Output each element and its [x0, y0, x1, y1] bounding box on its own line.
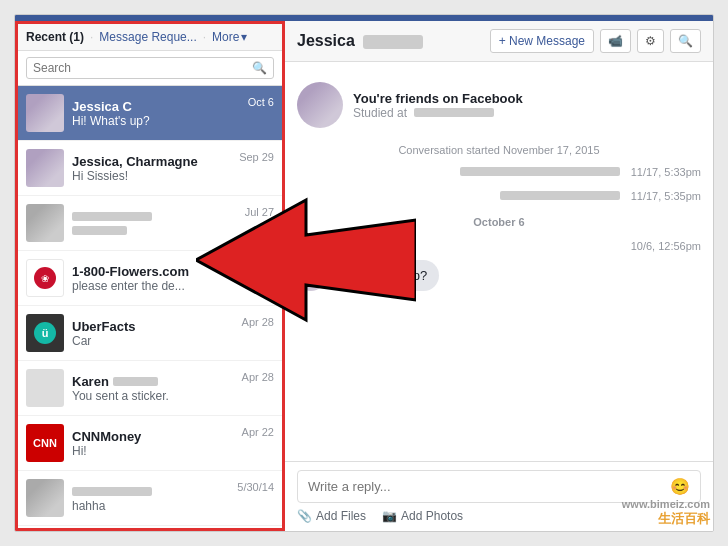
sidebar-divider2: ·	[203, 30, 206, 44]
conv-info: Jessica, Charmagne Hi Sissies!	[72, 154, 231, 183]
settings-button[interactable]: ⚙	[637, 29, 664, 53]
sidebar-divider1: ·	[90, 30, 93, 44]
search-input[interactable]	[33, 61, 248, 75]
list-item[interactable]: Jessica, Charmagne Hi Sissies! Sep 29	[18, 141, 282, 196]
conversation-started: Conversation started November 17, 2015	[297, 144, 701, 156]
search-input-wrap[interactable]: 🔍	[26, 57, 274, 79]
conv-info	[72, 209, 237, 238]
reply-input[interactable]	[308, 479, 670, 494]
studied-at: Studied at	[353, 106, 701, 120]
conv-info: Jessica C Hi! What's up?	[72, 99, 240, 128]
conv-name: 1-800-Flowers.com	[72, 264, 249, 279]
list-item[interactable]: ü UberFacts Car Apr 28	[18, 306, 282, 361]
conv-preview: please enter the de...	[72, 279, 249, 293]
chat-header: Jessica + New Message 📹 ⚙ 🔍	[285, 21, 713, 62]
chat-body: You're friends on Facebook Studied at Co…	[285, 62, 713, 461]
conv-preview: Hi Sissies!	[72, 169, 231, 183]
timestamp-3: 10/6, 12:56pm	[297, 240, 701, 252]
conv-date: 5/30/14	[237, 479, 274, 493]
watermark: www.bimeiz.com 生活百科	[622, 498, 710, 528]
conv-preview: Car	[72, 334, 234, 348]
sidebar-header: Recent (1) · Message Reque... · More ▾	[18, 24, 282, 51]
list-item[interactable]: CNN CNNMoney Hi! Apr 22	[18, 416, 282, 471]
bubble-avatar	[297, 263, 325, 291]
sidebar-recent-tab[interactable]: Recent (1)	[26, 30, 84, 44]
conv-name: Karen	[72, 374, 234, 389]
conv-preview	[72, 224, 237, 238]
avatar: ü	[26, 314, 64, 352]
search-bar: 🔍	[18, 51, 282, 86]
sidebar: Recent (1) · Message Reque... · More ▾ 🔍	[15, 21, 285, 531]
conv-date: Sep 29	[239, 149, 274, 163]
friend-card-info: You're friends on Facebook Studied at	[353, 91, 701, 120]
conv-name: Jessica C	[72, 99, 240, 114]
avatar	[26, 479, 64, 517]
watermark-url: www.bimeiz.com	[622, 498, 710, 510]
search-icon: 🔍	[252, 61, 267, 75]
conv-date: Apr 28	[242, 369, 274, 383]
avatar: CNN	[26, 424, 64, 462]
svg-text:ü: ü	[42, 327, 49, 339]
avatar	[26, 369, 64, 407]
chat-header-actions: + New Message 📹 ⚙ 🔍	[490, 29, 701, 53]
search-chat-button[interactable]: 🔍	[670, 29, 701, 53]
chat-area: Jessica + New Message 📹 ⚙ 🔍	[285, 21, 713, 531]
conv-preview: You sent a sticker.	[72, 389, 234, 403]
list-item[interactable]: ❀ 1-800-Flowers.com please enter the de.…	[18, 251, 282, 306]
chevron-down-icon: ▾	[241, 30, 247, 44]
date-divider: October 6	[297, 212, 701, 232]
camera-icon: 📷	[382, 509, 397, 523]
list-item[interactable]: Jessica C Hi! What's up? Oct 6	[18, 86, 282, 141]
chat-bubble: Hi! What's up?	[331, 260, 439, 291]
conv-info: CNNMoney Hi!	[72, 429, 234, 458]
friend-card: You're friends on Facebook Studied at	[297, 74, 701, 136]
list-item[interactable]: hahha 5/30/14	[18, 471, 282, 526]
conv-name	[72, 209, 237, 224]
timestamp-1: 11/17, 5:33pm	[297, 164, 701, 180]
conv-preview: Hi!	[72, 444, 234, 458]
watermark-text: 生活百科	[622, 510, 710, 528]
timestamp-2: 11/17, 5:35pm	[297, 188, 701, 204]
conv-date: Apr 22	[242, 424, 274, 438]
paperclip-icon: 📎	[297, 509, 312, 523]
list-item[interactable]: Karen You sent a sticker. Apr 28	[18, 361, 282, 416]
video-call-button[interactable]: 📹	[600, 29, 631, 53]
conv-date: Oct 6	[248, 94, 274, 108]
conv-name: CNNMoney	[72, 429, 234, 444]
sidebar-more-button[interactable]: More ▾	[212, 30, 247, 44]
conversation-list: Jessica C Hi! What's up? Oct 6 Jessica, …	[18, 86, 282, 528]
svg-text:❀: ❀	[41, 273, 49, 284]
conv-info: UberFacts Car	[72, 319, 234, 348]
conv-preview: Hi! What's up?	[72, 114, 240, 128]
avatar	[26, 204, 64, 242]
add-files-button[interactable]: 📎 Add Files	[297, 509, 366, 523]
conv-name: Jessica, Charmagne	[72, 154, 231, 169]
emoji-icon[interactable]: 😊	[670, 477, 690, 496]
conv-preview: hahha	[72, 499, 229, 513]
avatar	[26, 149, 64, 187]
conv-info: 1-800-Flowers.com please enter the de...	[72, 264, 249, 293]
conv-date: Apr	[257, 259, 274, 273]
avatar	[26, 94, 64, 132]
conv-name	[72, 484, 229, 499]
friend-avatar	[297, 82, 343, 128]
chat-bubble-wrap: Hi! What's up?	[297, 260, 701, 291]
friends-status: You're friends on Facebook	[353, 91, 701, 106]
conv-info: Karen You sent a sticker.	[72, 374, 234, 403]
avatar: ❀	[26, 259, 64, 297]
conv-date: Apr 28	[242, 314, 274, 328]
conv-name: UberFacts	[72, 319, 234, 334]
conv-date: Jul 27	[245, 204, 274, 218]
contact-name-blurred	[363, 35, 423, 49]
add-photos-button[interactable]: 📷 Add Photos	[382, 509, 463, 523]
new-message-button[interactable]: + New Message	[490, 29, 594, 53]
chat-contact-name: Jessica	[297, 32, 482, 50]
conv-info: hahha	[72, 484, 229, 513]
list-item[interactable]: Jul 27	[18, 196, 282, 251]
sidebar-message-requests-tab[interactable]: Message Reque...	[99, 30, 196, 44]
